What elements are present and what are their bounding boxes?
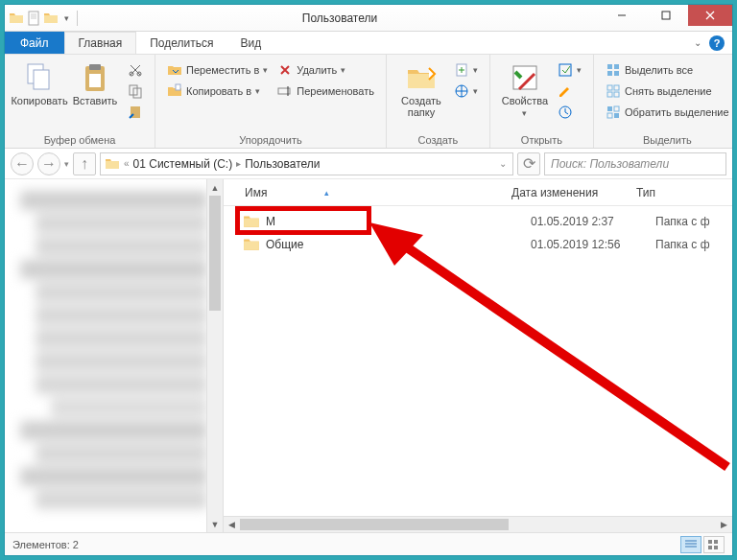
column-headers: Имя▴ Дата изменения Тип [224, 179, 732, 206]
svg-rect-24 [614, 85, 619, 90]
easy-access-button[interactable]: ▾ [450, 82, 482, 101]
invert-selection-button[interactable]: Обратить выделение [602, 103, 733, 122]
breadcrumb-item[interactable]: 01 Системный (C:) [133, 157, 233, 171]
file-name: Общие [266, 238, 531, 251]
back-button[interactable]: ← [11, 152, 34, 175]
new-folder-label: Создать папку [401, 95, 441, 118]
minimize-button[interactable] [600, 5, 644, 26]
copy-to-button[interactable]: Копировать в▾ [163, 82, 272, 101]
file-date: 01.05.2019 12:56 [531, 238, 655, 251]
svg-rect-26 [614, 92, 619, 97]
details-view-button[interactable] [680, 536, 701, 553]
item-count: Элементов: 2 [12, 539, 79, 550]
svg-rect-3 [34, 70, 49, 89]
svg-rect-32 [714, 540, 718, 544]
svg-rect-22 [614, 71, 619, 76]
svg-rect-17 [559, 64, 571, 76]
svg-rect-19 [607, 64, 612, 69]
sort-asc-icon: ▴ [324, 188, 329, 198]
select-none-button[interactable]: Снять выделение [602, 82, 733, 101]
window-title: Пользователи [80, 12, 600, 25]
breadcrumb-item[interactable]: Пользователи [245, 157, 320, 171]
folder-icon [243, 236, 260, 253]
svg-rect-1 [662, 12, 670, 19]
breadcrumb[interactable]: « 01 Системный (C:) ▸ Пользователи ⌄ [100, 152, 513, 175]
edit-button[interactable] [554, 82, 585, 101]
svg-rect-28 [614, 106, 619, 111]
expand-ribbon-icon[interactable]: ⌄ [694, 37, 701, 48]
svg-rect-16 [513, 66, 536, 89]
sidebar[interactable]: ▲ ▼ [5, 179, 224, 532]
column-date[interactable]: Дата изменения [511, 186, 636, 199]
select-all-button[interactable]: Выделить все [602, 60, 733, 80]
file-list: Имя▴ Дата изменения Тип M 01.05.2019 2:3… [224, 179, 732, 532]
svg-rect-30 [614, 113, 619, 118]
help-icon[interactable]: ? [709, 35, 725, 51]
forward-button[interactable]: → [37, 152, 60, 175]
properties-button[interactable]: Свойства ▾ [498, 58, 552, 118]
titlebar: ▾ Пользователи [5, 5, 732, 32]
svg-rect-21 [607, 71, 612, 76]
svg-rect-33 [708, 546, 712, 549]
breadcrumb-dropdown-icon[interactable]: ⌄ [497, 158, 509, 169]
paste-button[interactable]: Вставить [68, 58, 122, 106]
create-group-label: Создать [394, 132, 482, 148]
file-date: 01.05.2019 2:37 [531, 215, 655, 228]
organize-group-label: Упорядочить [163, 132, 378, 148]
svg-rect-5 [89, 64, 101, 70]
file-type: Папка с ф [655, 215, 710, 228]
svg-rect-12 [176, 84, 180, 90]
maximize-button[interactable] [644, 5, 688, 26]
close-button[interactable] [688, 5, 732, 26]
folder-icon [9, 11, 24, 26]
menubar: Файл Главная Поделиться Вид ⌄ ? [5, 32, 732, 55]
cut-button[interactable] [124, 60, 147, 80]
copy-button[interactable]: Копировать [12, 58, 66, 106]
file-type: Папка с ф [655, 238, 710, 251]
new-doc-icon[interactable] [26, 11, 41, 26]
horizontal-scrollbar[interactable]: ◀ ▶ [224, 516, 732, 532]
list-item[interactable]: M 01.05.2019 2:37 Папка с ф [224, 210, 732, 233]
properties-label: Свойства [502, 95, 548, 106]
sidebar-scrollbar[interactable]: ▲ ▼ [206, 179, 223, 532]
svg-rect-23 [607, 85, 612, 90]
svg-rect-34 [714, 546, 718, 549]
open-group-label: Открыть [498, 132, 585, 148]
new-folder-button[interactable]: Создать папку [394, 58, 448, 118]
svg-rect-29 [607, 113, 612, 118]
list-item[interactable]: Общие 01.05.2019 12:56 Папка с ф [224, 233, 732, 256]
explorer-window: ▾ Пользователи Файл Главная Поделиться В… [4, 4, 733, 556]
svg-rect-6 [89, 74, 101, 87]
qat-dropdown-icon[interactable]: ▾ [60, 13, 73, 23]
select-group-label: Выделить [602, 132, 733, 148]
folder-icon [105, 156, 120, 172]
folder-icon [243, 213, 260, 230]
navbar: ← → ▾ ↑ « 01 Системный (C:) ▸ Пользовате… [5, 149, 732, 179]
folder-icon[interactable] [43, 11, 59, 26]
tab-home[interactable]: Главная [64, 32, 137, 54]
refresh-button[interactable]: ⟳ [517, 152, 540, 175]
copy-path-button[interactable] [124, 82, 147, 101]
statusbar: Элементов: 2 [5, 532, 732, 555]
search-input[interactable]: Поиск: Пользователи [544, 152, 726, 175]
new-item-button[interactable]: ▾ [450, 60, 482, 80]
column-type[interactable]: Тип [636, 186, 732, 199]
svg-rect-27 [607, 106, 612, 111]
open-button[interactable]: ▾ [554, 60, 585, 80]
svg-rect-31 [708, 540, 712, 544]
paste-shortcut-button[interactable] [124, 103, 147, 122]
paste-label: Вставить [73, 95, 118, 106]
delete-button[interactable]: Удалить▾ [273, 60, 378, 80]
history-button[interactable] [554, 103, 585, 122]
tab-share[interactable]: Поделиться [136, 32, 226, 54]
icons-view-button[interactable] [703, 536, 725, 553]
tab-view[interactable]: Вид [226, 32, 274, 54]
up-button[interactable]: ↑ [73, 152, 96, 175]
move-to-button[interactable]: Переместить в▾ [163, 60, 272, 80]
ribbon: Копировать Вставить Буфер обмена Перемес… [5, 55, 732, 149]
file-menu[interactable]: Файл [5, 32, 64, 54]
column-name[interactable]: Имя▴ [224, 186, 511, 199]
qat: ▾ [5, 11, 80, 26]
history-dropdown-icon[interactable]: ▾ [64, 159, 69, 169]
rename-button[interactable]: Переименовать [273, 82, 378, 101]
